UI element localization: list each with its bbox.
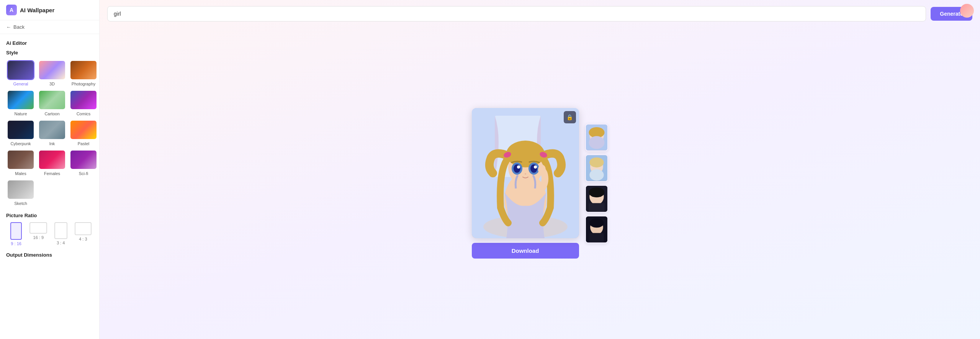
app-header: A AI Wallpaper [0, 0, 99, 20]
ratio-item-16-9[interactable]: 16 : 9 [28, 222, 48, 246]
svg-point-20 [589, 136, 604, 149]
main-image-container: 🔒 Download [472, 108, 579, 259]
thumbnails-strip [585, 124, 608, 243]
style-item-photography[interactable]: Photography [69, 59, 98, 87]
svg-point-31 [589, 218, 604, 228]
back-label: Back [13, 24, 25, 30]
lock-icon: 🔒 [566, 114, 573, 120]
style-item-3d[interactable]: 3D [38, 59, 67, 87]
style-item-sketch[interactable]: Sketch [6, 179, 35, 206]
main-content: Generate [100, 0, 980, 339]
style-item-males[interactable]: Males [6, 149, 35, 177]
output-section-title: Output Dimensions [6, 252, 93, 258]
style-section-title: Style [6, 50, 93, 56]
svg-point-13 [517, 165, 520, 169]
editor-title: Ai Editor [6, 40, 93, 46]
style-item-nature[interactable]: Nature [6, 89, 35, 117]
user-avatar[interactable] [960, 4, 974, 18]
svg-point-24 [589, 169, 604, 180]
ratio-box-16-9 [29, 222, 47, 234]
image-lock-overlay[interactable]: 🔒 [564, 111, 576, 123]
top-bar: Generate [100, 0, 980, 28]
style-grid: General 3D Photography Nature Cartoon [6, 59, 93, 206]
svg-point-16 [538, 165, 546, 174]
thumbnail-4[interactable] [585, 216, 608, 243]
canvas-area: 🔒 Download [100, 28, 980, 339]
style-item-ink[interactable]: Ink [38, 119, 67, 147]
ratio-section-title: Picture Ratio [6, 213, 93, 218]
svg-point-14 [534, 165, 537, 169]
ratio-item-3-4[interactable]: 3 : 4 [51, 222, 71, 246]
ratio-box-3-4 [54, 222, 67, 239]
style-item-general[interactable]: General [6, 59, 35, 87]
ratio-grid: 9 : 16 16 : 9 3 : 4 4 : 3 [6, 222, 93, 246]
svg-point-6 [506, 141, 545, 167]
ratio-box-4-3 [75, 222, 92, 235]
ratio-item-4-3[interactable]: 4 : 3 [73, 222, 93, 246]
back-button[interactable]: ← Back [0, 20, 99, 34]
style-item-cyberpunk[interactable]: Cyberpunk [6, 119, 35, 147]
svg-point-15 [525, 173, 526, 175]
svg-rect-32 [589, 233, 604, 242]
svg-point-23 [589, 157, 604, 167]
style-item-cartoon[interactable]: Cartoon [38, 89, 67, 117]
prompt-wrapper [107, 6, 926, 21]
back-chevron-icon: ← [6, 24, 11, 30]
style-item-scifi[interactable]: Sci-fi [69, 149, 98, 177]
thumbnail-3[interactable] [585, 185, 608, 213]
svg-rect-28 [589, 203, 604, 211]
app-logo: A [6, 5, 17, 15]
thumbnail-2[interactable] [585, 154, 608, 182]
svg-point-12 [530, 164, 537, 173]
generated-image [472, 108, 579, 238]
ratio-item-9-16[interactable]: 9 : 16 [6, 222, 26, 246]
svg-point-11 [514, 164, 520, 173]
main-image-frame: 🔒 [472, 108, 579, 238]
app-title: AI Wallpaper [20, 7, 54, 13]
thumbnail-1[interactable] [585, 124, 608, 151]
style-item-comics[interactable]: Comics [69, 89, 98, 117]
prompt-input[interactable] [114, 11, 919, 17]
svg-point-27 [589, 187, 604, 197]
style-item-females[interactable]: Females [38, 149, 67, 177]
style-item-pastel[interactable]: Pastel [69, 119, 98, 147]
download-button[interactable]: Download [472, 243, 579, 259]
ratio-box-9-16 [10, 222, 22, 240]
